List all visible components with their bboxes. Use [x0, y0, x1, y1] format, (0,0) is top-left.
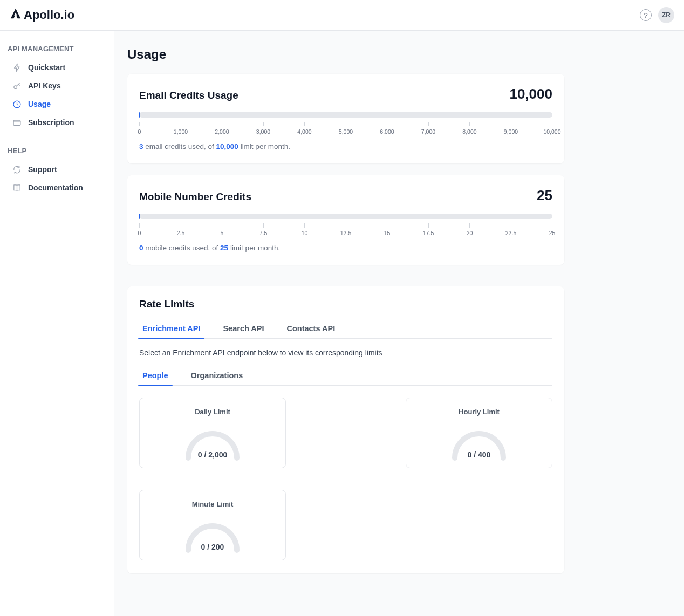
avatar-initials: ZR: [662, 11, 671, 19]
scale-tick: 0: [139, 122, 140, 135]
scale-tick: 4,000: [304, 122, 305, 135]
page-title: Usage: [127, 47, 564, 62]
gauge-title: Hourly Limit: [412, 408, 546, 416]
logo[interactable]: Apollo.io: [10, 8, 74, 23]
scale-tick: 3,000: [263, 122, 264, 135]
sidebar-item-quickstart[interactable]: Quickstart: [0, 58, 114, 77]
sidebar-item-subscription[interactable]: Subscription: [0, 113, 114, 132]
scale-tick: 2.5: [181, 223, 181, 236]
sidebar-item-label: Usage: [28, 100, 51, 108]
usage-card-limit: 10,000: [509, 86, 552, 102]
gauge-card-minute: Minute Limit0 / 200: [139, 490, 286, 560]
progress-bar: [139, 112, 552, 118]
gauge-title: Daily Limit: [145, 408, 280, 416]
scale-tick: 9,000: [511, 122, 511, 135]
sidebar-item-apikeys[interactable]: API Keys: [0, 77, 114, 95]
scale-tick: 5: [222, 223, 222, 236]
tab-search[interactable]: Search API: [220, 320, 267, 338]
scale-tick: 15: [387, 223, 387, 236]
help-icon[interactable]: ?: [640, 9, 652, 21]
avatar[interactable]: ZR: [658, 7, 674, 23]
usage-card-mobile: Mobile Number Credits2502.557.51012.5151…: [127, 175, 564, 265]
gauge-title: Minute Limit: [145, 500, 280, 508]
sidebar-section-title: API MANAGEMENT: [0, 42, 114, 58]
main-content: Usage Email Credits Usage10,00001,0002,0…: [114, 31, 684, 616]
usage-summary-text: 3 email credits used, of 10,000 limit pe…: [139, 142, 552, 150]
scale-tick: 7.5: [263, 223, 264, 236]
usage-card-limit: 25: [537, 187, 552, 204]
lightning-icon: [12, 63, 22, 72]
rate-limits-card: Rate Limits Enrichment APISearch APICont…: [127, 286, 564, 573]
scale-tick: 7,000: [428, 122, 429, 135]
sidebar-item-label: API Keys: [28, 81, 61, 90]
progress-bar: [139, 214, 552, 219]
gauge-value: 0 / 2,000: [145, 450, 280, 459]
sidebar-item-label: Support: [28, 165, 57, 174]
rate-limits-title: Rate Limits: [139, 298, 552, 310]
rate-limits-description: Select an Enrichment API endpoint below …: [139, 348, 552, 357]
gauge-value: 0 / 200: [145, 543, 280, 551]
clock-icon: [12, 99, 22, 109]
sidebar-item-usage[interactable]: Usage: [0, 95, 114, 113]
key-icon: [12, 81, 22, 91]
sidebar: API MANAGEMENTQuickstartAPI KeysUsageSub…: [0, 31, 114, 616]
api-tabs: Enrichment APISearch APIContacts API: [139, 320, 552, 339]
creditcard-icon: [12, 118, 22, 127]
scale-tick: 10: [304, 223, 305, 236]
scale-tick: 22.5: [511, 223, 511, 236]
usage-card-title: Email Credits Usage: [139, 90, 238, 101]
tab-enrich[interactable]: Enrichment API: [139, 320, 203, 338]
usage-card-title: Mobile Number Credits: [139, 191, 251, 203]
sub-tab-people[interactable]: People: [139, 367, 172, 385]
logo-text: Apollo.io: [24, 8, 74, 22]
scale-tick: 25: [552, 223, 552, 236]
progress-scale: 02.557.51012.51517.52022.525: [139, 223, 552, 236]
scale-tick: 12.5: [346, 223, 346, 236]
scale-tick: 0: [139, 223, 140, 236]
scale-tick: 17.5: [428, 223, 429, 236]
scale-tick: 10,000: [552, 122, 552, 135]
gauge-value: 0 / 400: [412, 450, 546, 459]
progress-scale: 01,0002,0003,0004,0005,0006,0007,0008,00…: [139, 122, 552, 135]
sidebar-item-label: Documentation: [28, 183, 83, 192]
tab-contacts[interactable]: Contacts API: [283, 320, 338, 338]
svg-rect-2: [13, 120, 20, 125]
book-icon: [12, 183, 22, 193]
refresh-icon: [12, 165, 22, 174]
header-right: ? ZR: [640, 7, 674, 23]
scale-tick: 20: [469, 223, 470, 236]
scale-tick: 2,000: [222, 122, 222, 135]
sidebar-item-label: Subscription: [28, 118, 74, 127]
sidebar-item-documentation[interactable]: Documentation: [0, 179, 114, 197]
gauge-grid: Daily Limit0 / 2,000Hourly Limit0 / 400M…: [139, 398, 552, 560]
scale-tick: 8,000: [469, 122, 470, 135]
sidebar-item-support[interactable]: Support: [0, 160, 114, 179]
sub-tab-orgs[interactable]: Organizations: [188, 367, 247, 385]
scale-tick: 6,000: [387, 122, 387, 135]
endpoint-sub-tabs: PeopleOrganizations: [139, 367, 552, 386]
app-header: Apollo.io ? ZR: [0, 0, 684, 31]
sidebar-section-title: HELP: [0, 143, 114, 160]
scale-tick: 5,000: [346, 122, 346, 135]
scale-tick: 1,000: [181, 122, 181, 135]
gauge-card-daily: Daily Limit0 / 2,000: [139, 398, 286, 468]
usage-summary-text: 0 mobile credits used, of 25 limit per m…: [139, 244, 552, 252]
apollo-logo-icon: [10, 8, 22, 23]
sidebar-item-label: Quickstart: [28, 63, 65, 72]
gauge-card-hourly: Hourly Limit0 / 400: [406, 398, 552, 468]
usage-card-email: Email Credits Usage10,00001,0002,0003,00…: [127, 74, 564, 163]
